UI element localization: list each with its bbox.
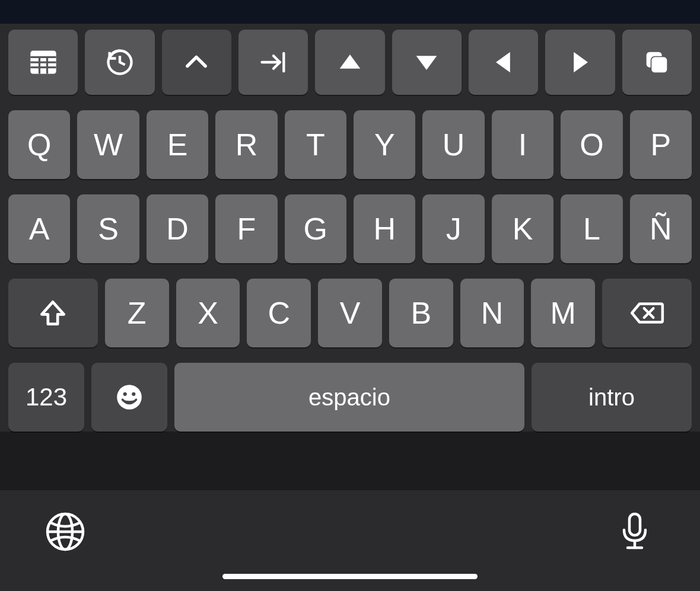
shift-icon: [36, 296, 69, 330]
key-o[interactable]: O: [561, 110, 622, 179]
arrow-left-key[interactable]: [469, 30, 538, 95]
key-g[interactable]: G: [285, 194, 346, 263]
triangle-up-icon: [335, 47, 365, 78]
backspace-icon: [629, 295, 666, 331]
letter-row-2: A S D F G H J K L Ñ: [8, 194, 692, 263]
svg-point-18: [117, 385, 142, 410]
key-z[interactable]: Z: [105, 279, 169, 347]
svg-point-20: [132, 392, 135, 396]
grid-icon: [28, 47, 59, 78]
key-h[interactable]: H: [354, 194, 415, 263]
history-icon: [104, 47, 135, 78]
triangle-right-icon: [565, 47, 596, 78]
key-x[interactable]: X: [176, 279, 240, 347]
key-r[interactable]: R: [215, 110, 277, 179]
key-d[interactable]: D: [147, 194, 208, 263]
key-i[interactable]: I: [492, 110, 553, 179]
key-t[interactable]: T: [285, 110, 346, 179]
emoji-icon: [114, 382, 144, 412]
command-grid-key[interactable]: [8, 30, 78, 95]
globe-icon: [44, 510, 87, 553]
svg-marker-9: [340, 55, 361, 69]
keyboard-panel: Q W E R T Y U I O P A S D F G H J K L Ñ …: [0, 24, 700, 432]
bottom-row: 123 espacio intro: [8, 363, 692, 432]
mic-icon: [613, 510, 656, 553]
key-u[interactable]: U: [422, 110, 484, 179]
key-s[interactable]: S: [77, 194, 139, 263]
key-c[interactable]: C: [247, 279, 311, 347]
key-a[interactable]: A: [8, 194, 70, 263]
key-p[interactable]: P: [630, 110, 692, 179]
key-w[interactable]: W: [77, 110, 139, 179]
dictation-button[interactable]: [611, 508, 658, 555]
key-q[interactable]: Q: [8, 110, 70, 179]
triangle-left-icon: [488, 47, 519, 78]
globe-button[interactable]: [42, 508, 89, 555]
svg-marker-11: [496, 52, 510, 73]
arrow-right-key[interactable]: [545, 30, 615, 95]
function-row: [8, 30, 692, 95]
letter-row-3: Z X C V B N M: [8, 279, 692, 347]
return-key[interactable]: intro: [532, 363, 692, 432]
letter-row-1: Q W E R T Y U I O P: [8, 110, 692, 179]
backspace-key[interactable]: [602, 279, 692, 347]
svg-rect-15: [652, 57, 667, 72]
numbers-key[interactable]: 123: [8, 363, 84, 432]
svg-point-19: [123, 392, 127, 396]
status-bar-dark: [0, 0, 700, 24]
arrow-up-key[interactable]: [315, 30, 384, 95]
home-indicator[interactable]: [222, 574, 478, 579]
key-y[interactable]: Y: [354, 110, 415, 179]
copy-key[interactable]: [622, 30, 692, 95]
svg-marker-12: [574, 52, 588, 73]
tab-key[interactable]: [238, 30, 308, 95]
key-e[interactable]: E: [147, 110, 208, 179]
svg-marker-10: [416, 56, 437, 70]
key-enye[interactable]: Ñ: [630, 194, 692, 263]
key-k[interactable]: K: [492, 194, 553, 263]
key-j[interactable]: J: [422, 194, 484, 263]
emoji-key[interactable]: [91, 363, 167, 432]
chevron-up-icon: [181, 47, 212, 78]
space-key[interactable]: espacio: [174, 363, 524, 432]
triangle-down-icon: [411, 47, 442, 78]
key-n[interactable]: N: [460, 279, 524, 347]
key-f[interactable]: F: [215, 194, 277, 263]
tab-right-icon: [258, 47, 289, 78]
svg-rect-24: [629, 514, 640, 535]
arrow-down-key[interactable]: [392, 30, 462, 95]
key-b[interactable]: B: [389, 279, 453, 347]
chevron-up-key[interactable]: [162, 30, 231, 95]
history-key[interactable]: [85, 30, 154, 95]
shift-key[interactable]: [8, 279, 98, 347]
key-v[interactable]: V: [318, 279, 382, 347]
key-m[interactable]: M: [531, 279, 595, 347]
key-l[interactable]: L: [561, 194, 622, 263]
copy-icon: [641, 47, 672, 78]
